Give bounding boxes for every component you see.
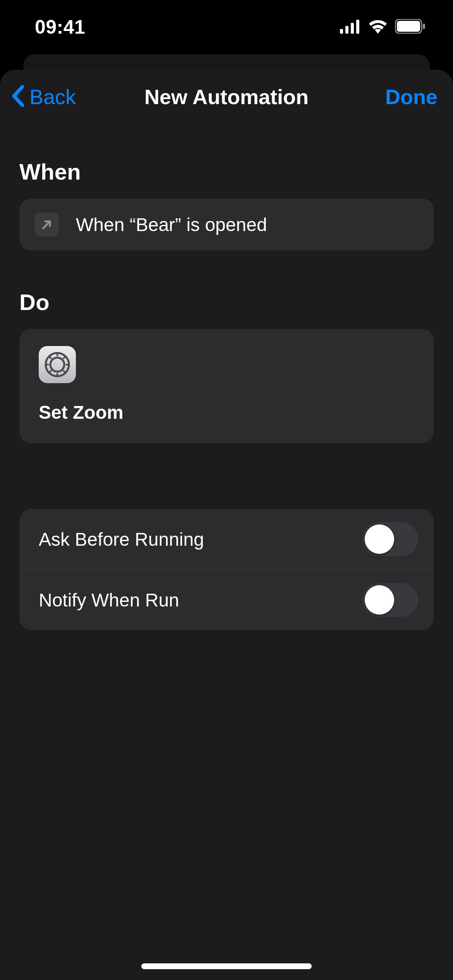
when-section: When When “Bear” is opened	[0, 159, 453, 250]
status-indicators	[340, 16, 426, 38]
ask-before-running-toggle[interactable]	[362, 522, 418, 556]
svg-rect-1	[345, 26, 348, 34]
svg-rect-2	[351, 23, 354, 34]
option-ask-before-running: Ask Before Running	[19, 509, 434, 569]
do-heading: Do	[19, 289, 434, 315]
when-heading: When	[19, 159, 434, 185]
when-trigger-row[interactable]: When “Bear” is opened	[19, 199, 434, 250]
back-button[interactable]: Back	[11, 84, 76, 109]
status-bar: 09:41	[0, 0, 453, 54]
svg-rect-5	[397, 21, 420, 32]
do-action-card[interactable]: Set Zoom	[19, 329, 434, 443]
svg-line-16	[49, 370, 51, 373]
back-label: Back	[29, 85, 76, 109]
cellular-icon	[340, 16, 361, 38]
when-trigger-text: When “Bear” is opened	[76, 214, 267, 235]
notify-when-run-toggle[interactable]	[362, 583, 418, 617]
svg-rect-6	[423, 24, 425, 29]
home-indicator[interactable]	[141, 963, 312, 969]
do-section: Do Set Zo	[0, 289, 453, 443]
wifi-icon	[368, 16, 388, 38]
svg-line-14	[63, 370, 66, 373]
option-notify-when-run: Notify When Run	[19, 569, 434, 630]
chevron-left-icon	[11, 84, 26, 109]
automation-sheet: Back New Automation Done When When “Bear…	[0, 70, 453, 980]
svg-point-8	[50, 358, 64, 372]
status-time: 09:41	[35, 16, 85, 38]
options-card: Ask Before Running Notify When Run	[19, 509, 434, 630]
done-button[interactable]: Done	[385, 85, 438, 109]
app-open-arrow-icon	[35, 212, 59, 236]
option-label: Ask Before Running	[39, 529, 204, 550]
svg-line-13	[49, 356, 51, 359]
toggle-knob	[365, 524, 394, 554]
navbar: Back New Automation Done	[0, 74, 453, 120]
svg-rect-3	[356, 20, 359, 34]
svg-rect-0	[340, 29, 343, 34]
toggle-knob	[365, 585, 394, 615]
options-section: Ask Before Running Notify When Run	[0, 509, 453, 630]
svg-line-15	[63, 356, 66, 359]
battery-icon	[395, 16, 426, 38]
option-label: Notify When Run	[39, 589, 179, 611]
settings-app-icon	[39, 346, 76, 383]
do-action-label: Set Zoom	[39, 402, 414, 423]
